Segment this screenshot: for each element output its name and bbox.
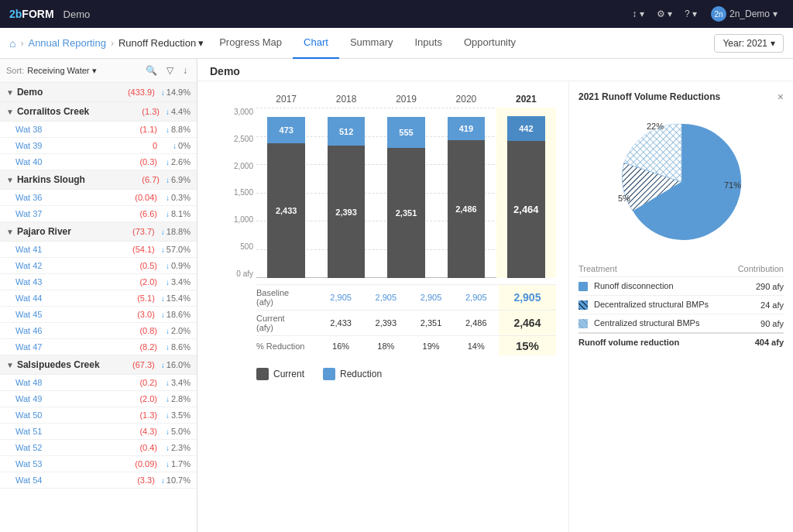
year-label-2021: 2021	[496, 94, 556, 105]
sidebar-row-3-2[interactable]: Wat 43 (2.0) ↓ 3.4%	[0, 274, 197, 290]
user-menu[interactable]: 2n 2n_Demo ▾	[705, 3, 784, 25]
sidebar-row-4-6[interactable]: Wat 54 (3.3) ↓ 10.7%	[0, 472, 197, 489]
current-val-2019: 2,351	[408, 311, 453, 336]
settings-button[interactable]: ⚙ ▾	[652, 5, 677, 22]
tab-opportunity[interactable]: Opportunity	[453, 28, 527, 59]
sidebar-row-3-6[interactable]: Wat 47 (8.2) ↓ 8.6%	[0, 339, 197, 355]
caret-icon: ▼	[6, 176, 14, 184]
group-header-3[interactable]: ▼ Pajaro River (73.7) ↓ 18.8%	[0, 222, 197, 242]
breadcrumb-runoff-reduction[interactable]: Runoff Reduction ▾	[118, 37, 204, 49]
right-panel-title: 2021 Runoff Volume Reductions	[578, 91, 720, 102]
group-value: (433.9)	[128, 88, 155, 97]
sidebar-row-1-0[interactable]: Wat 38 (1.1) ↓ 8.8%	[0, 122, 197, 138]
total-value: 404 afy	[730, 333, 784, 351]
col-contribution: Contribution	[730, 261, 784, 277]
right-panel-header: 2021 Runoff Volume Reductions ×	[578, 91, 784, 103]
reduction-bar-2020: 419	[448, 117, 486, 140]
sidebar-row-3-4[interactable]: Wat 45 (3.0) ↓ 18.6%	[0, 307, 197, 323]
group-name: Harkins Slough	[17, 174, 142, 185]
row-name: Wat 45	[15, 310, 124, 319]
current-val-2018: 2,393	[363, 311, 408, 336]
row-value: (2.0)	[126, 277, 157, 287]
row-change: ↓ 2.0%	[163, 326, 191, 335]
row-value: (3.3)	[124, 475, 155, 485]
sidebar: Sort: Receiving Water ▾ 🔍 ▽ ↓ ▼ Demo (43…	[0, 59, 197, 532]
tab-progress-map[interactable]: Progress Map	[208, 28, 293, 59]
bar-col-2021[interactable]: 4422,464	[496, 108, 556, 278]
row-name: Wat 40	[15, 157, 126, 166]
caret-icon: ▼	[6, 108, 14, 116]
tab-summary[interactable]: Summary	[339, 28, 404, 59]
group-header-2[interactable]: ▼ Harkins Slough (6.7) ↓ 6.9%	[0, 170, 197, 190]
bar-col-2020[interactable]: 4192,486	[436, 108, 496, 278]
row-change: ↓ 1.7%	[163, 459, 191, 469]
group-header-0[interactable]: ▼ Demo (433.9) ↓ 14.9%	[0, 83, 197, 102]
sidebar-row-3-0[interactable]: Wat 41 (54.1) ↓ 57.0%	[0, 242, 197, 258]
row-name: Wat 39	[15, 141, 126, 150]
sidebar-row-4-3[interactable]: Wat 51 (4.3) ↓ 5.0%	[0, 424, 197, 440]
row-change: ↓ 3.4%	[163, 277, 191, 287]
close-button[interactable]: ×	[778, 91, 784, 103]
year-label-2020: 2020	[436, 94, 496, 105]
year-selector[interactable]: Year: 2021 ▾	[714, 34, 784, 53]
legend-reduction-swatch	[323, 368, 335, 380]
current-val-2017: 2,433	[318, 311, 363, 336]
group-value: (6.7)	[142, 175, 160, 184]
chart-legend: Current Reduction	[256, 368, 556, 380]
group-change: ↓ 6.9%	[166, 175, 191, 184]
contrib-row-1: Decentralized structural BMPs 24 afy	[578, 296, 784, 314]
row-value: (3.0)	[124, 310, 155, 319]
row-value: (0.09)	[126, 459, 157, 469]
sidebar-row-4-4[interactable]: Wat 52 (0.4) ↓ 2.3%	[0, 440, 197, 456]
sidebar-row-2-1[interactable]: Wat 37 (6.6) ↓ 8.1%	[0, 206, 197, 222]
table-row-current: Current(afy)2,4332,3932,3512,4862,464	[256, 311, 556, 336]
bar-col-2018[interactable]: 5122,393	[316, 108, 376, 278]
sidebar-row-4-1[interactable]: Wat 49 (2.0) ↓ 2.8%	[0, 391, 197, 407]
row-value: (6.6)	[126, 209, 157, 218]
filter-button[interactable]: ▽	[163, 63, 177, 77]
year-label-2017: 2017	[256, 94, 316, 105]
bar-col-2017[interactable]: 4732,433	[256, 108, 316, 278]
sort-button[interactable]: ↕ ▾	[627, 5, 648, 22]
download-button[interactable]: ↓	[180, 63, 191, 77]
row-change: ↓ 5.0%	[163, 427, 191, 436]
row-change: ↓ 15.4%	[161, 293, 191, 303]
row-name: Wat 46	[15, 326, 126, 335]
row-change: ↓ 2.8%	[163, 394, 191, 403]
sidebar-row-4-5[interactable]: Wat 53 (0.09) ↓ 1.7%	[0, 456, 197, 472]
contrib-swatch	[578, 282, 588, 291]
sidebar-row-4-0[interactable]: Wat 48 (0.2) ↓ 3.4%	[0, 375, 197, 391]
tab-inputs[interactable]: Inputs	[404, 28, 453, 59]
group-header-4[interactable]: ▼ Salsipuedes Creek (67.3) ↓ 16.0%	[0, 355, 197, 375]
row-name: Wat 42	[15, 261, 126, 270]
row-name: Wat 47	[15, 342, 126, 352]
reduction-bar-2019: 555	[387, 117, 425, 148]
contrib-value: 90 afy	[730, 314, 784, 334]
sidebar-row-1-2[interactable]: Wat 40 (0.3) ↓ 2.6%	[0, 154, 197, 170]
content-area: Demo 2017 2018 2019 2020 2021 3,000 2,50…	[197, 59, 793, 532]
sidebar-row-4-2[interactable]: Wat 50 (1.3) ↓ 3.5%	[0, 407, 197, 424]
group-name: Pajaro River	[17, 226, 132, 237]
current-val-2021: 2,464	[499, 311, 556, 336]
group-header-1[interactable]: ▼ Corralitos Creek (1.3) ↓ 4.4%	[0, 102, 197, 122]
year-label-2019: 2019	[376, 94, 436, 105]
sidebar-row-3-5[interactable]: Wat 46 (0.8) ↓ 2.0%	[0, 323, 197, 339]
row-change: ↓ 8.6%	[163, 342, 191, 352]
sidebar-row-3-1[interactable]: Wat 42 (0.5) ↓ 0.9%	[0, 258, 197, 274]
table-row-pct: % Reduction16%18%19%14%15%	[256, 336, 556, 356]
bar-col-2019[interactable]: 5552,351	[376, 108, 436, 278]
sidebar-row-1-1[interactable]: Wat 39 0 ↓ 0%	[0, 138, 197, 154]
topbar-demo-label: Demo	[64, 9, 91, 20]
sort-value[interactable]: Receiving Water ▾	[27, 66, 96, 76]
tab-chart[interactable]: Chart	[293, 28, 339, 59]
help-button[interactable]: ? ▾	[680, 5, 702, 22]
home-icon[interactable]: ⌂	[9, 37, 15, 50]
chart-title: Demo	[197, 59, 793, 81]
sidebar-row-3-3[interactable]: Wat 44 (5.1) ↓ 15.4%	[0, 290, 197, 307]
search-button[interactable]: 🔍	[142, 63, 160, 77]
sidebar-row-2-0[interactable]: Wat 36 (0.04) ↓ 0.3%	[0, 190, 197, 206]
breadcrumb-annual-reporting[interactable]: Annual Reporting	[28, 37, 105, 49]
current-bar-2021: 2,464	[507, 141, 545, 278]
group-change: ↓ 14.9%	[161, 88, 191, 97]
table-row-baseline: Baseline(afy)2,9052,9052,9052,9052,905	[256, 285, 556, 311]
